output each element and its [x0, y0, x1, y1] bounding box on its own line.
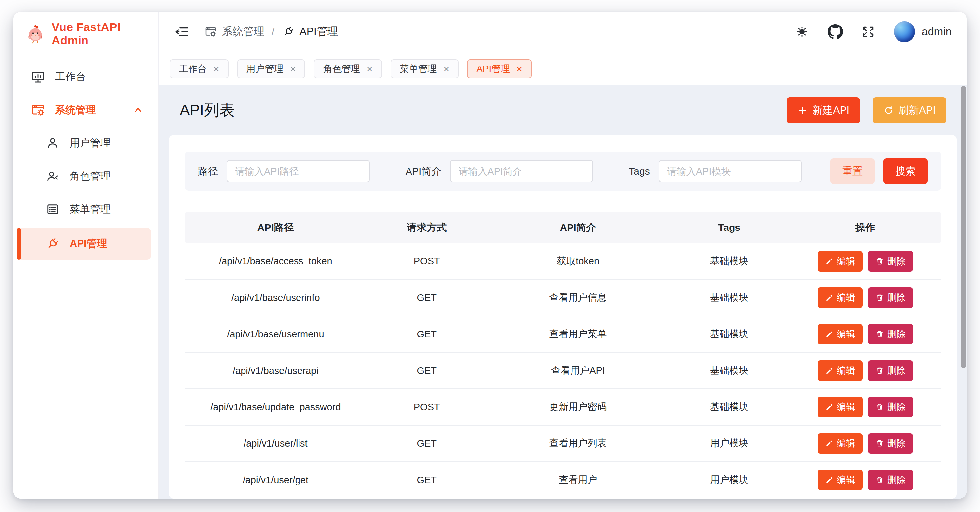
edit-button[interactable]: 编辑: [818, 433, 863, 454]
tab-roles[interactable]: 角色管理 ×: [314, 59, 382, 78]
system-window-gear-icon: [30, 102, 46, 118]
delete-button[interactable]: 删除: [868, 433, 913, 454]
breadcrumb-separator: /: [272, 26, 274, 37]
edit-button[interactable]: 编辑: [818, 324, 863, 344]
sidebar-item-label: API管理: [70, 237, 107, 251]
fullscreen-icon[interactable]: [861, 24, 876, 40]
sidebar-item-workbench[interactable]: 工作台: [13, 60, 158, 94]
tags-filter-input[interactable]: [659, 160, 802, 183]
breadcrumb-parent-label: 系统管理: [222, 24, 264, 39]
column-header-summary: API简介: [487, 212, 669, 243]
api-path-cell: /api/v1/user/get: [185, 462, 366, 498]
table-row: /api/v1/base/usermenu GET 查看用户菜单 基础模块: [185, 316, 941, 352]
close-icon[interactable]: ×: [290, 64, 296, 74]
path-filter-label: 路径: [198, 165, 218, 178]
avatar[interactable]: [894, 21, 915, 42]
delete-button[interactable]: 删除: [868, 324, 913, 344]
trash-icon: [875, 330, 884, 339]
column-header-tags: Tags: [668, 212, 789, 243]
edit-button[interactable]: 编辑: [818, 288, 863, 308]
breadcrumb-parent[interactable]: 系统管理: [204, 24, 264, 39]
tab-api[interactable]: API管理 ×: [467, 59, 532, 78]
create-api-label: 新建API: [812, 103, 850, 117]
tab-users[interactable]: 用户管理 ×: [237, 59, 305, 78]
collapse-sidebar-icon[interactable]: [174, 24, 189, 40]
table-row: /api/v1/user/get GET 查看用户 用户模块: [185, 462, 941, 498]
main-area: 系统管理 / AP: [159, 12, 967, 499]
api-tags-cell: 基础模块: [668, 243, 789, 280]
username: admin: [922, 25, 951, 38]
sidebar-item-users[interactable]: 用户管理: [13, 127, 158, 160]
api-tags-cell: 基础模块: [668, 389, 789, 425]
api-path-cell: /api/v1/base/update_password: [185, 389, 366, 425]
close-icon[interactable]: ×: [367, 64, 373, 74]
edit-button[interactable]: 编辑: [818, 397, 863, 417]
sidebar-item-menus[interactable]: 菜单管理: [13, 193, 158, 226]
vertical-scrollbar[interactable]: [961, 86, 966, 368]
close-icon[interactable]: ×: [213, 64, 220, 74]
path-filter-input[interactable]: [227, 160, 370, 183]
edit-button[interactable]: 编辑: [818, 360, 863, 381]
api-path-cell: /api/v1/base/userapi: [185, 352, 366, 389]
trash-icon: [875, 366, 884, 375]
edit-button[interactable]: 编辑: [818, 470, 863, 490]
tab-menus[interactable]: 菜单管理 ×: [391, 59, 459, 78]
edit-button[interactable]: 编辑: [818, 251, 863, 272]
brand-title: Vue FastAPI Admin: [52, 21, 158, 47]
sidebar-item-roles[interactable]: 角色管理: [13, 160, 158, 193]
sidebar-item-label: 系统管理: [55, 103, 96, 117]
api-tags-cell: 用户模块: [668, 425, 789, 462]
pencil-icon: [825, 403, 834, 411]
chick-logo-icon: [25, 24, 46, 44]
theme-toggle-sun-icon[interactable]: [794, 24, 810, 40]
sidebar: Vue FastAPI Admin 工作台: [13, 12, 159, 499]
sidebar-item-system[interactable]: 系统管理: [13, 94, 158, 127]
api-list-card: 路径 API简介 Tags 重置 搜索: [169, 135, 957, 499]
breadcrumb-current[interactable]: API管理: [282, 24, 338, 39]
refresh-api-button[interactable]: 刷新API: [873, 97, 946, 123]
menu-list-icon: [45, 202, 60, 217]
tab-workbench[interactable]: 工作台 ×: [170, 59, 229, 78]
reset-button[interactable]: 重置: [830, 158, 875, 184]
api-path-cell: /api/v1/base/access_token: [185, 243, 366, 280]
sidebar-item-label: 菜单管理: [70, 202, 111, 216]
summary-filter-input[interactable]: [450, 160, 593, 183]
pencil-icon: [825, 257, 834, 266]
delete-button[interactable]: 删除: [868, 397, 913, 417]
delete-label: 删除: [887, 437, 906, 450]
breadcrumb: 系统管理 / AP: [204, 24, 338, 39]
table-row: /api/v1/base/userapi GET 查看用户API 基础模块: [185, 352, 941, 389]
sidebar-item-api[interactable]: API管理: [17, 228, 151, 260]
monitor-icon: [30, 69, 46, 84]
edit-label: 编辑: [837, 291, 856, 304]
trash-icon: [875, 475, 884, 484]
tab-bar: 工作台 × 用户管理 × 角色管理 × 菜单管理 × API管理 ×: [159, 52, 967, 86]
tab-label: 角色管理: [323, 63, 360, 75]
content-area: API列表 新建API: [159, 86, 967, 499]
pencil-icon: [825, 439, 834, 448]
delete-button[interactable]: 删除: [868, 360, 913, 381]
brand[interactable]: Vue FastAPI Admin: [13, 12, 158, 56]
delete-label: 删除: [887, 255, 906, 267]
tab-label: API管理: [476, 63, 510, 75]
search-button[interactable]: 搜索: [883, 158, 928, 184]
table-row: /api/v1/base/access_token POST 获取token 基…: [185, 243, 941, 280]
user-menu[interactable]: admin: [894, 21, 951, 42]
table-row: /api/v1/user/list GET 查看用户列表 用户模块: [185, 425, 941, 462]
pencil-icon: [825, 330, 834, 339]
api-summary-cell: 查看用户: [487, 462, 669, 498]
close-icon[interactable]: ×: [444, 64, 450, 74]
tab-label: 用户管理: [247, 63, 283, 75]
api-table: API路径 请求方式 API简介 Tags 操作: [185, 212, 941, 499]
close-icon[interactable]: ×: [517, 64, 522, 74]
api-tags-cell: 基础模块: [668, 316, 789, 352]
delete-button[interactable]: 删除: [868, 251, 913, 272]
delete-button[interactable]: 删除: [868, 288, 913, 308]
github-icon[interactable]: [827, 24, 843, 40]
delete-button[interactable]: 删除: [868, 470, 913, 490]
pencil-icon: [825, 366, 834, 375]
api-summary-cell: 查看用户列表: [487, 425, 669, 462]
edit-label: 编辑: [837, 401, 856, 413]
create-api-button[interactable]: 新建API: [786, 97, 860, 123]
refresh-icon: [883, 105, 894, 116]
